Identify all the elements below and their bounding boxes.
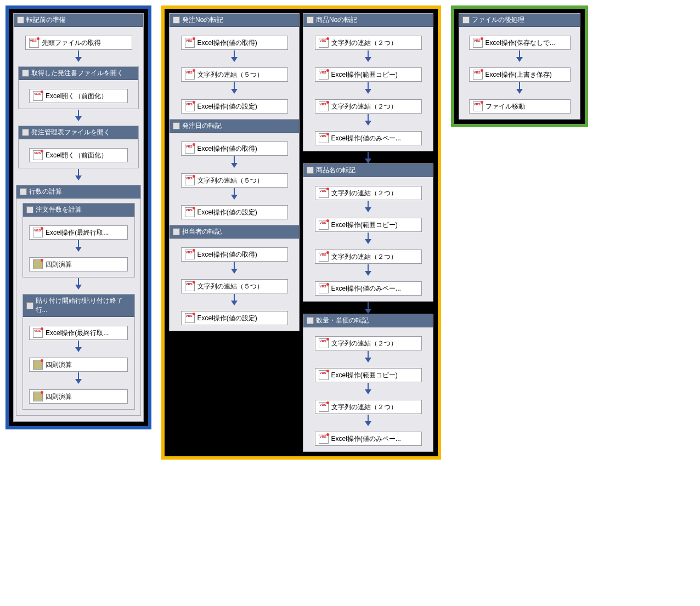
group-title: 注文件数を計算 <box>36 205 82 214</box>
node-excel-range-copy[interactable]: VBSExcel操作(範囲コピー) <box>315 368 422 382</box>
group-header[interactable]: 行数の計算 <box>16 185 140 199</box>
node-string-concat-2[interactable]: VBS文字列の連結（２つ） <box>315 250 422 264</box>
node-excel-get-value[interactable]: VBSExcel操作(値の取得) <box>181 247 288 262</box>
node-string-concat-2[interactable]: VBS文字列の連結（２つ） <box>315 400 422 414</box>
group-header[interactable]: 発注Noの転記 <box>170 14 299 27</box>
node-arithmetic[interactable]: 四則演算 <box>29 358 128 372</box>
node-excel-set-value[interactable]: VBSExcel操作(値の設定) <box>181 99 288 114</box>
group-product-no[interactable]: 商品Noの転記 VBS文字列の連結（２つ） VBSExcel操作(範囲コピー) … <box>303 13 433 151</box>
node-string-concat-5[interactable]: VBS文字列の連結（５つ） <box>181 67 288 82</box>
node-excel-get-value[interactable]: VBSExcel操作(値の取得) <box>181 36 288 50</box>
frame-preparation: 転記前の準備 VBS先頭ファイルの取得 取得した発注書ファイルを開く VBSEx… <box>5 5 151 429</box>
group-header[interactable]: 転記前の準備 <box>14 14 143 27</box>
node-excel-set-value[interactable]: VBSExcel操作(値の設定) <box>181 205 288 219</box>
diagram-canvas: 転記前の準備 VBS先頭ファイルの取得 取得した発注書ファイルを開く VBSEx… <box>5 5 695 460</box>
vbs-icon: VBS <box>319 284 329 293</box>
group-file-postprocess[interactable]: ファイルの後処理 VBSExcel操作(保存なしで... VBSExcel操作(… <box>459 13 580 120</box>
vbs-icon: VBS <box>319 133 329 143</box>
vbs-icon: VBS <box>319 70 329 80</box>
node-excel-save-overwrite[interactable]: VBSExcel操作(上書き保存) <box>469 67 571 82</box>
arrow-icon <box>365 302 371 314</box>
vbs-icon: VBS <box>319 402 329 412</box>
arrow-icon <box>365 264 371 276</box>
node-arithmetic[interactable]: 四則演算 <box>29 389 128 404</box>
node-excel-lastrow[interactable]: VBSExcel操作(最終行取... <box>29 225 128 240</box>
arrow-icon <box>516 50 523 62</box>
vbs-icon: VBS <box>185 101 195 111</box>
arrow-icon <box>75 168 82 180</box>
group-header[interactable]: ファイルの後処理 <box>459 14 580 27</box>
subgroup-open-mgmt-file[interactable]: 発注管理表ファイルを開く VBSExcel開く（前面化） <box>18 126 139 168</box>
vbs-icon: VBS <box>319 338 329 348</box>
node-excel-range-copy[interactable]: VBSExcel操作(範囲コピー) <box>315 67 422 82</box>
node-string-concat-2[interactable]: VBS文字列の連結（２つ） <box>315 99 422 114</box>
group-qty-price[interactable]: 数量・単価の転記 VBS文字列の連結（２つ） VBSExcel操作(範囲コピー)… <box>303 314 433 452</box>
frame-postprocess: ファイルの後処理 VBSExcel操作(保存なしで... VBSExcel操作(… <box>451 5 588 127</box>
node-label: 文字列の連結（５つ） <box>197 176 263 185</box>
group-product-name[interactable]: 商品名の転記 VBS文字列の連結（２つ） VBSExcel操作(範囲コピー) V… <box>303 163 433 302</box>
node-label: Excel操作(範囲コピー) <box>331 70 398 80</box>
node-string-concat-2[interactable]: VBS文字列の連結（２つ） <box>315 186 422 200</box>
group-header[interactable]: 取得した発注書ファイルを開く <box>19 67 138 80</box>
node-label: Excel操作(値のみペー... <box>331 434 401 444</box>
arrow-icon <box>231 293 238 305</box>
group-header[interactable]: 貼り付け開始行/貼り付け終了行... <box>23 294 134 317</box>
group-title: 数量・単価の転記 <box>316 316 369 325</box>
group-order-date[interactable]: 発注日の転記 VBSExcel操作(値の取得) VBS文字列の連結（５つ） VB… <box>169 119 300 225</box>
node-excel-open[interactable]: VBSExcel開く（前面化） <box>29 89 128 103</box>
node-string-concat-5[interactable]: VBS文字列の連結（５つ） <box>181 279 288 293</box>
node-excel-set-value[interactable]: VBSExcel操作(値の設定) <box>181 311 288 325</box>
group-order-no[interactable]: 発注Noの転記 VBSExcel操作(値の取得) VBS文字列の連結（５つ） V… <box>169 13 300 120</box>
node-excel-range-copy[interactable]: VBSExcel操作(範囲コピー) <box>315 218 422 232</box>
vbs-icon: VBS <box>185 175 195 185</box>
node-excel-paste-values[interactable]: VBSExcel操作(値のみペー... <box>315 432 422 446</box>
vbs-icon: VBS <box>33 328 43 338</box>
vbs-icon: VBS <box>29 38 39 48</box>
arrow-icon <box>365 350 371 363</box>
group-header[interactable]: 発注管理表ファイルを開く <box>19 126 138 139</box>
node-string-concat-2[interactable]: VBS文字列の連結（２つ） <box>315 36 422 50</box>
node-excel-paste-values[interactable]: VBSExcel操作(値のみペー... <box>315 281 422 296</box>
subgroup-row-calc[interactable]: 行数の計算 注文件数を計算 VBSExcel操作(最終行取... 四則演算 貼り… <box>16 185 141 416</box>
subgroup-order-count[interactable]: 注文件数を計算 VBSExcel操作(最終行取... 四則演算 <box>22 203 135 277</box>
node-label: Excel操作(上書き保存) <box>486 70 552 80</box>
node-excel-paste-values[interactable]: VBSExcel操作(値のみペー... <box>315 131 422 145</box>
node-label: Excel操作(最終行取... <box>46 329 109 338</box>
group-header[interactable]: 商品Noの転記 <box>303 14 433 27</box>
subgroup-open-order-file[interactable]: 取得した発注書ファイルを開く VBSExcel開く（前面化） <box>18 66 139 109</box>
vbs-icon: VBS <box>185 70 195 80</box>
vbs-icon: VBS <box>319 252 329 262</box>
arrow-icon <box>231 82 238 94</box>
group-title: 行数の計算 <box>29 187 62 196</box>
group-preparation[interactable]: 転記前の準備 VBS先頭ファイルの取得 取得した発注書ファイルを開く VBSEx… <box>13 13 144 422</box>
vbs-icon: VBS <box>319 101 329 111</box>
group-header[interactable]: 発注日の転記 <box>170 120 299 133</box>
arrow-icon <box>365 200 371 212</box>
group-person[interactable]: 担当者の転記 VBSExcel操作(値の取得) VBS文字列の連結（５つ） VB… <box>169 225 300 331</box>
node-label: Excel操作(保存なしで... <box>486 38 555 48</box>
subgroup-paste-rows[interactable]: 貼り付け開始行/貼り付け終了行... VBSExcel操作(最終行取... 四則… <box>22 294 135 410</box>
arrow-icon <box>231 156 238 168</box>
node-string-concat-2[interactable]: VBS文字列の連結（２つ） <box>315 336 422 350</box>
group-title: 発注日の転記 <box>182 121 222 131</box>
node-label: 文字列の連結（２つ） <box>331 403 397 412</box>
vbs-icon: VBS <box>319 188 329 198</box>
group-title: 転記前の準備 <box>26 15 66 25</box>
node-label: Excel操作(値の取得) <box>197 144 257 154</box>
node-excel-get-value[interactable]: VBSExcel操作(値の取得) <box>181 141 288 156</box>
node-excel-lastrow[interactable]: VBSExcel操作(最終行取... <box>29 326 128 340</box>
node-excel-open[interactable]: VBSExcel開く（前面化） <box>29 148 128 162</box>
group-header[interactable]: 数量・単価の転記 <box>303 314 433 327</box>
group-header[interactable]: 担当者の転記 <box>170 225 299 239</box>
node-arithmetic[interactable]: 四則演算 <box>29 257 128 271</box>
node-get-first-file[interactable]: VBS先頭ファイルの取得 <box>25 36 132 50</box>
group-title: 商品名の転記 <box>316 166 355 175</box>
group-header[interactable]: 注文件数を計算 <box>23 203 134 217</box>
vbs-icon: VBS <box>185 281 195 291</box>
node-label: Excel操作(範囲コピー) <box>331 371 398 380</box>
node-excel-close-nosave[interactable]: VBSExcel操作(保存なしで... <box>469 36 571 50</box>
node-label: Excel操作(値の設定) <box>197 102 257 111</box>
group-header[interactable]: 商品名の転記 <box>303 164 433 177</box>
node-file-move[interactable]: VBSファイル移動 <box>469 99 571 114</box>
node-string-concat-5[interactable]: VBS文字列の連結（５つ） <box>181 173 288 188</box>
